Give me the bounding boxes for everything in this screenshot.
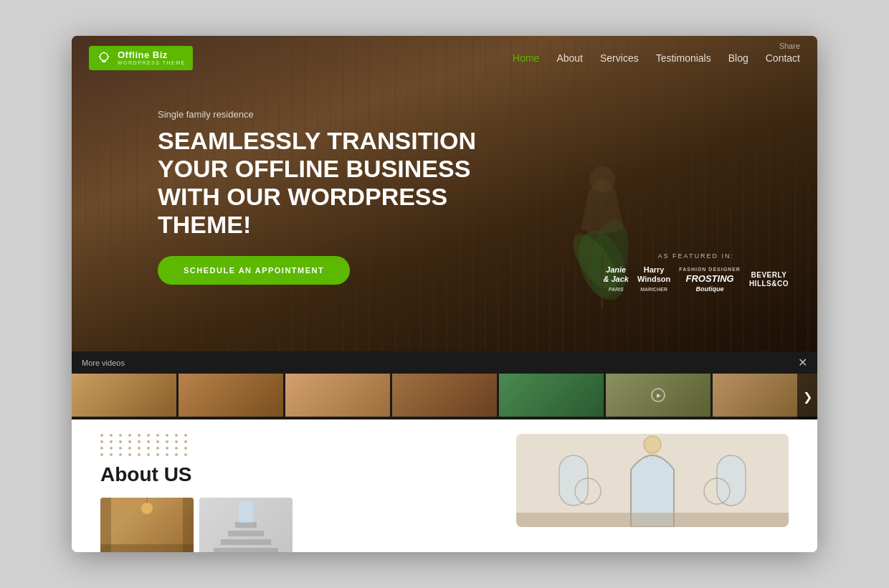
logo-title: Offline Biz: [118, 50, 186, 60]
svg-point-11: [141, 503, 153, 514]
svg-rect-20: [235, 522, 257, 528]
nav-item-about[interactable]: About: [556, 52, 583, 65]
svg-rect-18: [221, 539, 271, 545]
browser-window: Offline Biz WORDPRESS THEME Home About S…: [72, 36, 817, 552]
svg-rect-17: [214, 548, 278, 552]
logo-icon: [96, 50, 112, 66]
decorative-dot: [100, 440, 103, 443]
decorative-dot: [184, 434, 187, 437]
decorative-dot: [166, 447, 168, 450]
decorative-dot: [147, 434, 150, 437]
nav-item-testimonials[interactable]: Testimonials: [656, 52, 711, 65]
thumbnail-3[interactable]: [285, 374, 390, 417]
decorative-dot: [166, 440, 168, 443]
decorative-dot: [138, 440, 141, 443]
about-images: [100, 498, 488, 552]
decorative-dot: [100, 453, 103, 456]
decorative-dot: [175, 447, 178, 450]
svg-rect-19: [228, 531, 264, 536]
video-strip-header: More videos ✕: [72, 351, 817, 374]
thumbnail-1[interactable]: [72, 374, 176, 417]
decorative-dot: [110, 447, 113, 450]
decorative-dot: [166, 453, 168, 456]
decorative-dot: [138, 447, 141, 450]
nav-item-home[interactable]: Home: [513, 52, 539, 65]
decorative-dot: [184, 440, 187, 443]
hero-subtitle: Single family residence: [158, 109, 800, 120]
decorative-dot: [156, 434, 159, 437]
decorative-dot: [128, 453, 131, 456]
featured-section: AS FEATURED IN: Janie& JackPARIS HarryWi…: [603, 252, 789, 294]
decorative-dot: [119, 453, 122, 456]
brand-beverly-hills: BEVERLYHILLS&CO: [749, 271, 789, 288]
cta-button[interactable]: SCHEDULE AN APPOINTMENT: [158, 256, 350, 285]
decorative-dot: [128, 434, 131, 437]
decorative-dot: [100, 434, 103, 437]
decorative-dot: [147, 440, 150, 443]
svg-rect-13: [100, 544, 194, 552]
featured-logos: Janie& JackPARIS HarryWindsonMARICHER FA…: [603, 265, 789, 294]
decorative-dot: [138, 434, 141, 437]
featured-label: AS FEATURED IN:: [603, 252, 789, 260]
nav-item-services[interactable]: Services: [600, 52, 639, 65]
more-videos-label: More videos: [82, 359, 125, 367]
close-button[interactable]: ✕: [798, 356, 807, 369]
decorative-dot: [110, 453, 113, 456]
svg-rect-15: [183, 498, 194, 552]
nav-item-blog[interactable]: Blog: [728, 52, 748, 65]
decorative-dot: [110, 440, 113, 443]
decorative-dot: [119, 440, 122, 443]
about-image-1: [100, 498, 194, 552]
decorative-dot: [138, 453, 141, 456]
thumbnail-6[interactable]: ▶: [606, 374, 710, 417]
navigation: Offline Biz WORDPRESS THEME Home About S…: [72, 36, 817, 80]
logo-subtitle: WORDPRESS THEME: [118, 60, 186, 66]
decorative-dot: [119, 447, 122, 450]
brand-harry-windson: HarryWindsonMARICHER: [637, 265, 670, 294]
svg-rect-26: [516, 513, 789, 527]
decorative-dot: [156, 453, 159, 456]
decorative-dot: [128, 440, 131, 443]
about-right-image: [516, 434, 789, 527]
decorative-dot: [156, 440, 159, 443]
dots-pattern: [100, 434, 488, 456]
decorative-dot: [184, 447, 187, 450]
svg-point-27: [644, 436, 661, 453]
brand-frosting: FASHION DESIGNER FROSTING Boutique: [679, 265, 741, 294]
decorative-dot: [147, 453, 150, 456]
brand-janie-jack: Janie& JackPARIS: [603, 265, 628, 294]
decorative-dot: [175, 434, 178, 437]
decorative-dot: [175, 453, 178, 456]
svg-point-0: [100, 53, 108, 61]
about-left: About US: [100, 434, 488, 552]
hero-section: Offline Biz WORDPRESS THEME Home About S…: [72, 36, 817, 351]
decorative-dot: [110, 434, 113, 437]
video-thumbnails: ▶ ❯: [72, 374, 817, 419]
nav-links: Home About Services Testimonials Blog Co…: [513, 52, 800, 65]
svg-rect-24: [559, 455, 588, 506]
decorative-dot: [175, 440, 178, 443]
about-image-2: [199, 498, 293, 552]
decorative-dot: [156, 447, 159, 450]
svg-rect-21: [239, 501, 253, 523]
logo-text: Offline Biz WORDPRESS THEME: [118, 50, 186, 66]
about-title: About US: [100, 463, 488, 486]
thumbnail-4[interactable]: [392, 374, 497, 417]
hero-title: SEAMLESSLY TRANSITION YOUR OFFLINE BUSIN…: [158, 127, 488, 239]
svg-rect-14: [100, 498, 111, 552]
decorative-dot: [166, 434, 168, 437]
logo[interactable]: Offline Biz WORDPRESS THEME: [89, 46, 193, 70]
about-section: About US: [72, 419, 817, 552]
svg-rect-25: [717, 455, 746, 506]
thumbnail-2[interactable]: [179, 374, 283, 417]
decorative-dot: [184, 453, 187, 456]
decorative-dot: [128, 447, 131, 450]
thumbnail-5[interactable]: [499, 374, 604, 417]
decorative-dot: [100, 447, 103, 450]
nav-item-contact[interactable]: Contact: [766, 52, 800, 65]
video-strip: More videos ✕ ▶ ❯: [72, 351, 817, 419]
next-button[interactable]: ❯: [797, 374, 817, 419]
about-right: [516, 434, 789, 552]
decorative-dot: [119, 434, 122, 437]
decorative-dot: [147, 447, 150, 450]
